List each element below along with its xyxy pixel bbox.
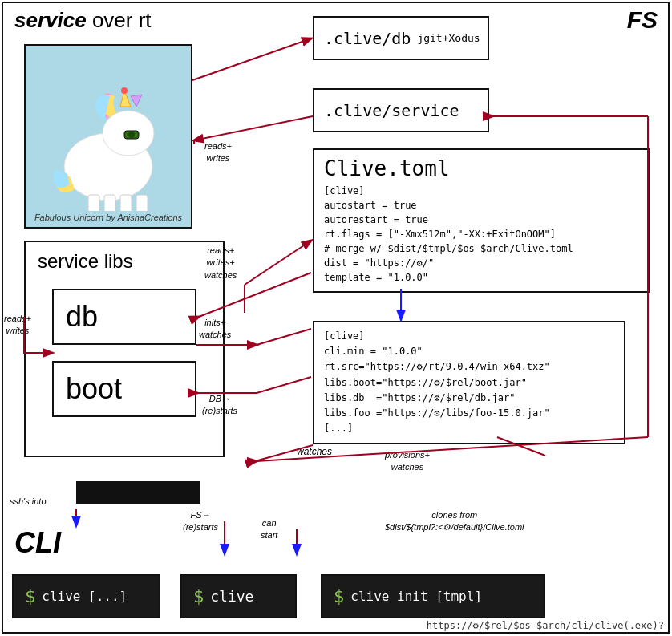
annot-reads-writes2: reads+ writes [4,313,31,338]
unicorn-box: Fabulous Unicorn by AnishaCreations [24,44,192,229]
annot-inits-watches: inits+ watches [199,317,231,342]
annot-fs-restarts: FS→ (re)starts [183,509,218,534]
boot-box: boot [52,361,196,417]
unicorn-illustration [44,63,172,211]
annot-db-restarts: DB→ (re)starts [202,393,237,418]
ssh-target-box [76,481,200,504]
prompt-2: $ [193,586,204,606]
svg-rect-8 [136,195,148,211]
page-title: service over rt [14,8,152,33]
cli-label: CLI [14,526,61,560]
clive-db-label: .clive/db [324,29,411,48]
bottom-url: https://⚙/$rel/$os-$arch/cli/clive(.exe)… [427,620,664,631]
annot-reads-writes: reads+ writes [204,140,232,165]
clive-db-sub: jgit+Xodus [417,32,480,44]
clive-toml-title: Clive.toml [324,156,638,180]
terminal-3-label: clive init [tmpl] [350,589,482,604]
terminal-1-label: clive [...] [42,589,127,604]
boot-label: boot [66,372,122,406]
second-code-box: [clive] cli.min = "1.0.0" rt.src="https:… [313,321,625,444]
prompt-1: $ [25,586,35,606]
svg-rect-5 [88,195,99,211]
annot-watches: watches [297,445,332,459]
clive-db-box: .clive/db jgit+Xodus [313,16,489,60]
annot-can-start: can start [261,517,277,542]
annot-clones-from: clones from $dist/${tmpl?:<⚙/default}/Cl… [385,509,524,534]
fs-label: FS [627,6,658,34]
service-libs-title: service libs [26,242,223,277]
clive-service-label: .clive/service [324,101,459,120]
annot-reads-writes-watches: reads+ writes+ watches [204,245,237,282]
terminal-clive-init[interactable]: $ clive init [tmpl] [321,574,545,618]
title-rest: over rt [87,8,152,32]
svg-marker-2 [131,95,142,107]
clive-service-box: .clive/service [313,88,489,132]
annot-ssh-into: ssh's into [10,496,47,508]
prompt-3: $ [334,586,344,606]
svg-point-14 [121,87,128,94]
svg-point-4 [128,132,135,138]
title-service: service [14,8,87,32]
terminal-2-label: clive [210,588,253,605]
db-label: db [66,300,98,334]
svg-rect-7 [120,195,132,211]
clive-toml-box: Clive.toml [clive] autostart = true auto… [313,148,650,293]
service-libs-box: service libs [24,241,225,457]
second-code-content: [clive] cli.min = "1.0.0" rt.src="https:… [324,329,614,436]
terminal-clive[interactable]: $ clive [180,574,297,618]
svg-rect-6 [104,195,115,211]
annot-provisions-watches: provisions+ watches [385,449,430,474]
terminal-clive-long[interactable]: $ clive [...] [12,574,160,618]
unicorn-caption: Fabulous Unicorn by AnishaCreations [26,213,191,222]
db-box: db [52,289,196,345]
clive-toml-code: [clive] autostart = true autorestart = t… [324,184,638,285]
